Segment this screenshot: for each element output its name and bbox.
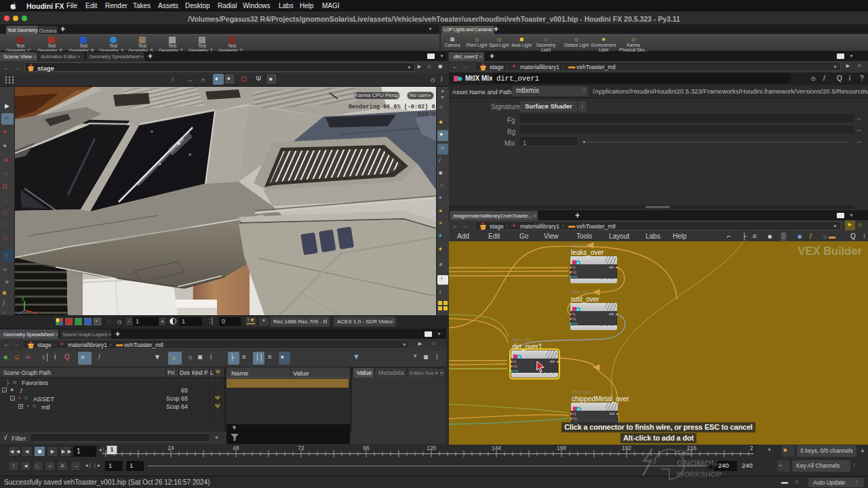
svg-text:THE: THE	[677, 449, 692, 457]
svg-text:120: 120	[427, 445, 436, 451]
svg-text:2: 2	[750, 445, 753, 451]
svg-text:72: 72	[298, 445, 304, 451]
svg-text:144: 144	[492, 445, 501, 451]
svg-text:24: 24	[167, 445, 174, 451]
svg-text:48: 48	[233, 445, 239, 451]
svg-text:WORKSHOP: WORKSHOP	[677, 470, 722, 479]
svg-text:168: 168	[557, 445, 566, 451]
svg-text:y: y	[22, 296, 24, 301]
svg-text:x: x	[35, 310, 37, 315]
svg-text:GNOMON: GNOMON	[677, 458, 717, 468]
svg-text:96: 96	[363, 445, 370, 451]
